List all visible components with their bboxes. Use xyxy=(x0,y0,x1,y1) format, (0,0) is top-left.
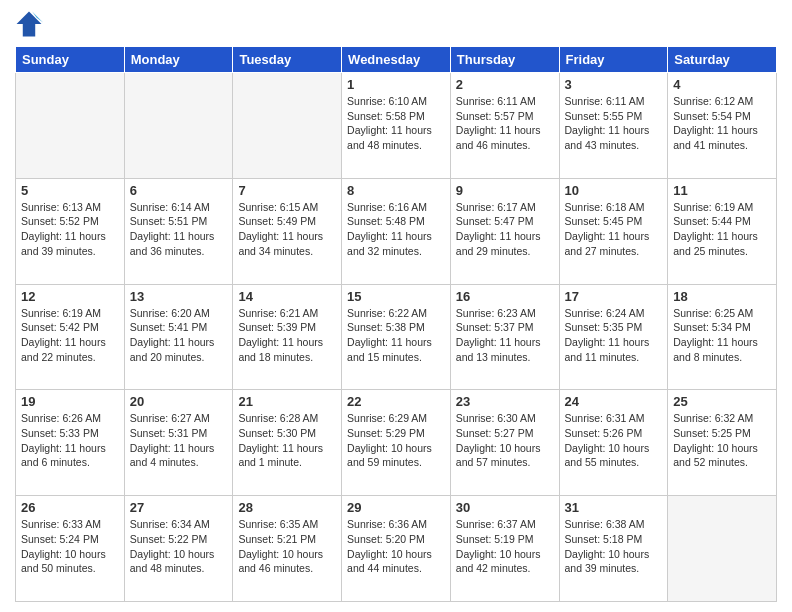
calendar-day-cell: 13Sunrise: 6:20 AM Sunset: 5:41 PM Dayli… xyxy=(124,284,233,390)
calendar-week-row: 19Sunrise: 6:26 AM Sunset: 5:33 PM Dayli… xyxy=(16,390,777,496)
day-info: Sunrise: 6:37 AM Sunset: 5:19 PM Dayligh… xyxy=(456,517,554,576)
calendar-day-cell: 23Sunrise: 6:30 AM Sunset: 5:27 PM Dayli… xyxy=(450,390,559,496)
day-number: 16 xyxy=(456,289,554,304)
day-number: 12 xyxy=(21,289,119,304)
day-number: 27 xyxy=(130,500,228,515)
calendar-header-row: SundayMondayTuesdayWednesdayThursdayFrid… xyxy=(16,47,777,73)
day-number: 19 xyxy=(21,394,119,409)
day-number: 15 xyxy=(347,289,445,304)
day-info: Sunrise: 6:36 AM Sunset: 5:20 PM Dayligh… xyxy=(347,517,445,576)
day-info: Sunrise: 6:22 AM Sunset: 5:38 PM Dayligh… xyxy=(347,306,445,365)
day-number: 9 xyxy=(456,183,554,198)
day-number: 17 xyxy=(565,289,663,304)
day-info: Sunrise: 6:11 AM Sunset: 5:57 PM Dayligh… xyxy=(456,94,554,153)
calendar-day-cell: 7Sunrise: 6:15 AM Sunset: 5:49 PM Daylig… xyxy=(233,178,342,284)
day-info: Sunrise: 6:16 AM Sunset: 5:48 PM Dayligh… xyxy=(347,200,445,259)
calendar-day-cell: 2Sunrise: 6:11 AM Sunset: 5:57 PM Daylig… xyxy=(450,73,559,179)
calendar-day-cell: 17Sunrise: 6:24 AM Sunset: 5:35 PM Dayli… xyxy=(559,284,668,390)
day-number: 6 xyxy=(130,183,228,198)
day-info: Sunrise: 6:32 AM Sunset: 5:25 PM Dayligh… xyxy=(673,411,771,470)
calendar-day-header: Saturday xyxy=(668,47,777,73)
calendar-table: SundayMondayTuesdayWednesdayThursdayFrid… xyxy=(15,46,777,602)
day-info: Sunrise: 6:27 AM Sunset: 5:31 PM Dayligh… xyxy=(130,411,228,470)
day-number: 20 xyxy=(130,394,228,409)
day-info: Sunrise: 6:23 AM Sunset: 5:37 PM Dayligh… xyxy=(456,306,554,365)
day-info: Sunrise: 6:13 AM Sunset: 5:52 PM Dayligh… xyxy=(21,200,119,259)
calendar-day-header: Tuesday xyxy=(233,47,342,73)
day-number: 29 xyxy=(347,500,445,515)
day-info: Sunrise: 6:18 AM Sunset: 5:45 PM Dayligh… xyxy=(565,200,663,259)
calendar-day-cell: 29Sunrise: 6:36 AM Sunset: 5:20 PM Dayli… xyxy=(342,496,451,602)
calendar-day-cell: 20Sunrise: 6:27 AM Sunset: 5:31 PM Dayli… xyxy=(124,390,233,496)
day-info: Sunrise: 6:34 AM Sunset: 5:22 PM Dayligh… xyxy=(130,517,228,576)
calendar-day-cell: 1Sunrise: 6:10 AM Sunset: 5:58 PM Daylig… xyxy=(342,73,451,179)
calendar-day-cell: 9Sunrise: 6:17 AM Sunset: 5:47 PM Daylig… xyxy=(450,178,559,284)
day-number: 18 xyxy=(673,289,771,304)
calendar-day-cell: 4Sunrise: 6:12 AM Sunset: 5:54 PM Daylig… xyxy=(668,73,777,179)
day-info: Sunrise: 6:15 AM Sunset: 5:49 PM Dayligh… xyxy=(238,200,336,259)
day-number: 2 xyxy=(456,77,554,92)
day-info: Sunrise: 6:24 AM Sunset: 5:35 PM Dayligh… xyxy=(565,306,663,365)
calendar-day-cell: 3Sunrise: 6:11 AM Sunset: 5:55 PM Daylig… xyxy=(559,73,668,179)
day-info: Sunrise: 6:25 AM Sunset: 5:34 PM Dayligh… xyxy=(673,306,771,365)
day-number: 4 xyxy=(673,77,771,92)
calendar-day-cell: 10Sunrise: 6:18 AM Sunset: 5:45 PM Dayli… xyxy=(559,178,668,284)
calendar-day-cell: 8Sunrise: 6:16 AM Sunset: 5:48 PM Daylig… xyxy=(342,178,451,284)
calendar-week-row: 5Sunrise: 6:13 AM Sunset: 5:52 PM Daylig… xyxy=(16,178,777,284)
day-number: 8 xyxy=(347,183,445,198)
day-info: Sunrise: 6:26 AM Sunset: 5:33 PM Dayligh… xyxy=(21,411,119,470)
day-number: 11 xyxy=(673,183,771,198)
day-number: 1 xyxy=(347,77,445,92)
calendar-day-cell: 16Sunrise: 6:23 AM Sunset: 5:37 PM Dayli… xyxy=(450,284,559,390)
calendar-day-cell: 11Sunrise: 6:19 AM Sunset: 5:44 PM Dayli… xyxy=(668,178,777,284)
calendar-day-cell: 27Sunrise: 6:34 AM Sunset: 5:22 PM Dayli… xyxy=(124,496,233,602)
calendar-day-cell: 6Sunrise: 6:14 AM Sunset: 5:51 PM Daylig… xyxy=(124,178,233,284)
day-number: 26 xyxy=(21,500,119,515)
calendar-day-cell: 22Sunrise: 6:29 AM Sunset: 5:29 PM Dayli… xyxy=(342,390,451,496)
day-info: Sunrise: 6:33 AM Sunset: 5:24 PM Dayligh… xyxy=(21,517,119,576)
day-number: 14 xyxy=(238,289,336,304)
day-info: Sunrise: 6:11 AM Sunset: 5:55 PM Dayligh… xyxy=(565,94,663,153)
calendar-day-cell: 28Sunrise: 6:35 AM Sunset: 5:21 PM Dayli… xyxy=(233,496,342,602)
logo-icon xyxy=(15,10,43,38)
calendar-day-cell: 12Sunrise: 6:19 AM Sunset: 5:42 PM Dayli… xyxy=(16,284,125,390)
calendar-day-cell: 25Sunrise: 6:32 AM Sunset: 5:25 PM Dayli… xyxy=(668,390,777,496)
calendar-day-header: Thursday xyxy=(450,47,559,73)
day-info: Sunrise: 6:20 AM Sunset: 5:41 PM Dayligh… xyxy=(130,306,228,365)
calendar-day-cell xyxy=(124,73,233,179)
calendar-day-header: Sunday xyxy=(16,47,125,73)
day-info: Sunrise: 6:30 AM Sunset: 5:27 PM Dayligh… xyxy=(456,411,554,470)
day-number: 24 xyxy=(565,394,663,409)
day-info: Sunrise: 6:19 AM Sunset: 5:42 PM Dayligh… xyxy=(21,306,119,365)
calendar-day-cell: 24Sunrise: 6:31 AM Sunset: 5:26 PM Dayli… xyxy=(559,390,668,496)
day-number: 3 xyxy=(565,77,663,92)
calendar-day-header: Friday xyxy=(559,47,668,73)
day-number: 22 xyxy=(347,394,445,409)
day-info: Sunrise: 6:19 AM Sunset: 5:44 PM Dayligh… xyxy=(673,200,771,259)
calendar-week-row: 12Sunrise: 6:19 AM Sunset: 5:42 PM Dayli… xyxy=(16,284,777,390)
calendar-week-row: 26Sunrise: 6:33 AM Sunset: 5:24 PM Dayli… xyxy=(16,496,777,602)
page-header xyxy=(15,10,777,38)
calendar-day-cell xyxy=(16,73,125,179)
day-number: 13 xyxy=(130,289,228,304)
calendar-day-cell: 14Sunrise: 6:21 AM Sunset: 5:39 PM Dayli… xyxy=(233,284,342,390)
day-number: 30 xyxy=(456,500,554,515)
day-info: Sunrise: 6:21 AM Sunset: 5:39 PM Dayligh… xyxy=(238,306,336,365)
calendar-day-header: Wednesday xyxy=(342,47,451,73)
calendar-day-cell: 31Sunrise: 6:38 AM Sunset: 5:18 PM Dayli… xyxy=(559,496,668,602)
day-info: Sunrise: 6:12 AM Sunset: 5:54 PM Dayligh… xyxy=(673,94,771,153)
day-number: 7 xyxy=(238,183,336,198)
calendar-day-cell xyxy=(233,73,342,179)
day-number: 28 xyxy=(238,500,336,515)
day-number: 23 xyxy=(456,394,554,409)
day-number: 31 xyxy=(565,500,663,515)
page-container: SundayMondayTuesdayWednesdayThursdayFrid… xyxy=(0,0,792,612)
calendar-week-row: 1Sunrise: 6:10 AM Sunset: 5:58 PM Daylig… xyxy=(16,73,777,179)
calendar-day-cell: 26Sunrise: 6:33 AM Sunset: 5:24 PM Dayli… xyxy=(16,496,125,602)
calendar-day-cell: 5Sunrise: 6:13 AM Sunset: 5:52 PM Daylig… xyxy=(16,178,125,284)
svg-marker-0 xyxy=(17,12,42,37)
day-info: Sunrise: 6:10 AM Sunset: 5:58 PM Dayligh… xyxy=(347,94,445,153)
calendar-day-cell: 19Sunrise: 6:26 AM Sunset: 5:33 PM Dayli… xyxy=(16,390,125,496)
day-info: Sunrise: 6:29 AM Sunset: 5:29 PM Dayligh… xyxy=(347,411,445,470)
day-info: Sunrise: 6:14 AM Sunset: 5:51 PM Dayligh… xyxy=(130,200,228,259)
